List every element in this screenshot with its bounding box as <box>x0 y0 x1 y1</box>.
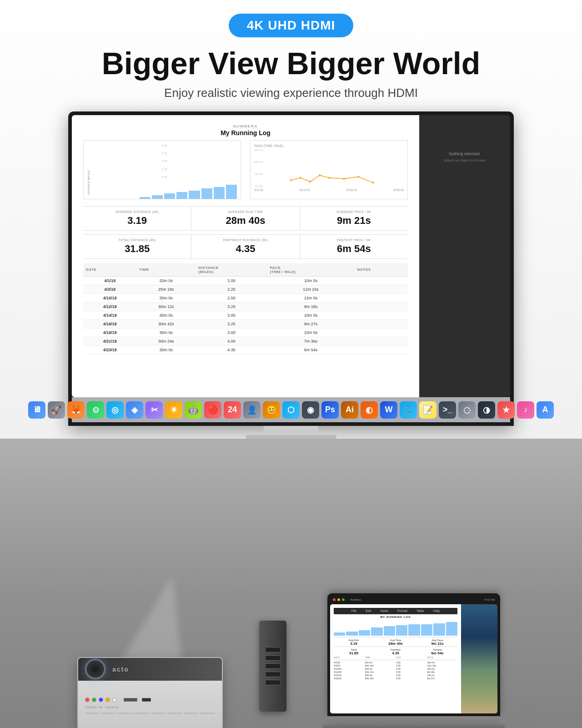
photoshop-icon[interactable]: Ps <box>321 401 339 419</box>
laptop-menu-format[interactable]: Format <box>397 609 407 612</box>
laptop-table-header: DATE TIME DIST PACE <box>334 656 457 660</box>
firefox-icon[interactable]: 🦊 <box>67 401 85 419</box>
monitor-base <box>246 435 336 439</box>
hub-port-2 <box>265 655 281 661</box>
mini-fastest-val: 6m 54s <box>417 651 457 655</box>
cell-1-0: 4/3/18 <box>83 285 136 293</box>
col-notes: NOTES <box>355 263 408 277</box>
laptop-app-name: Numbers <box>350 598 361 601</box>
cell-6-0: 4/18/18 <box>83 328 136 337</box>
calendar-icon[interactable]: 24 <box>224 401 241 419</box>
laptop-menu-table[interactable]: Table <box>416 609 424 612</box>
sun-icon[interactable]: ☀ <box>165 401 182 419</box>
red-icon[interactable]: 🔴 <box>204 401 221 419</box>
safari-icon[interactable]: ◎ <box>106 401 124 419</box>
dark-icon[interactable]: ◉ <box>302 401 319 419</box>
projector-body: acto VIDEO IN / AUDIO <box>77 657 223 728</box>
notes-icon[interactable]: 📝 <box>419 401 436 419</box>
projector-light <box>118 575 182 666</box>
cell-8-1: 30m 0s <box>136 345 196 354</box>
cell-6-4 <box>355 328 408 337</box>
music-icon[interactable]: ♪ <box>517 401 534 419</box>
table-row: 4/21/1830m 24s4.007m 36s <box>83 337 408 345</box>
cell-2-2: 2.50 <box>196 293 267 302</box>
word-icon[interactable]: W <box>380 401 397 419</box>
laptop-sidebar <box>461 604 497 713</box>
farthest-label: FARTHEST DISTANCE (MI) <box>196 238 295 242</box>
laptop-time: 9:41 AM <box>485 598 495 601</box>
laptop-menu-help[interactable]: Help <box>433 609 440 612</box>
cell-5-3: 9m 27s <box>267 319 355 328</box>
monitor-area: Numbers My Running Log DISTANCE (MILES) <box>9 111 573 439</box>
hub-port-4 <box>265 672 281 677</box>
port-blue <box>99 698 103 702</box>
mini-avg-time-val: 28m 40s <box>376 642 416 646</box>
data-table: DATE TIME DISTANCE(MILES) PACE(TIME / MI… <box>83 263 408 354</box>
line-chart-svg <box>265 149 404 187</box>
android-icon[interactable]: 🤖 <box>185 401 202 419</box>
mini-col-dist: DIST <box>396 656 426 659</box>
finder-icon[interactable]: 🖥 <box>28 401 45 419</box>
table-row: 4/23/1830m 0s4.356m 54s <box>83 345 408 354</box>
mini-bar-5 <box>384 626 395 636</box>
cell-8-2: 4.35 <box>196 345 267 354</box>
laptop-screen-frame: Numbers 9:41 AM File Edit Insert Format … <box>327 593 500 716</box>
monitor-frame: Numbers My Running Log DISTANCE (MILES) <box>68 111 514 426</box>
intel-icon[interactable]: ⬡ <box>282 401 300 419</box>
laptop-menu-file[interactable]: File <box>351 609 356 612</box>
cell-0-0: 4/1/18 <box>83 276 136 285</box>
cell-0-1: 20m 0s <box>136 276 196 285</box>
bird-icon[interactable]: 🐦 <box>400 401 417 419</box>
store-icon[interactable]: A <box>537 401 554 419</box>
cell-1-1: 25m 18s <box>136 285 196 293</box>
log-main-title: My Running Log <box>83 129 408 136</box>
cell-7-4 <box>355 337 408 345</box>
mini-total-dist: Total 31.85 <box>334 648 374 655</box>
rocket-icon[interactable]: 🚀 <box>48 401 65 419</box>
table-row: 4/18/1830m 0s3.0010m 0s <box>83 328 408 337</box>
bar-12 <box>226 185 237 199</box>
laptop-body <box>327 716 500 724</box>
laptop-main-content: File Edit Insert Format Table Help MY RU… <box>330 604 461 713</box>
hub-port-3 <box>265 663 281 669</box>
port-red <box>85 698 90 702</box>
cell-4-1: 30m 0s <box>136 311 196 319</box>
avg-pace-box: AVERAGE PACE / MI 9m 21s <box>300 207 408 230</box>
main-title: Bigger View Bigger World <box>9 46 573 81</box>
gray-icon[interactable]: ◌ <box>458 401 476 419</box>
mini-bar-7 <box>408 624 420 636</box>
user-icon[interactable]: 👤 <box>243 401 261 419</box>
face-icon[interactable]: 😊 <box>263 401 280 419</box>
cell-4-0: 4/14/18 <box>83 311 136 319</box>
screen-main: Numbers My Running Log DISTANCE (MILES) <box>72 115 419 397</box>
cell-2-0: 4/10/18 <box>83 293 136 302</box>
line-chart-box: PACE (TIME / MILE) 15m 0s10m 0s5m 0s0m 0… <box>250 140 408 199</box>
laptop-container: Numbers 9:41 AM File Edit Insert Format … <box>323 593 505 728</box>
mini-total-val: 31.85 <box>334 651 374 655</box>
scissors-icon[interactable]: ✂ <box>146 401 163 419</box>
svg-point-0 <box>290 179 291 181</box>
hub-port-1 <box>265 647 281 652</box>
illustrator-icon[interactable]: Ai <box>341 401 358 419</box>
laptop-menu-edit[interactable]: Edit <box>366 609 371 612</box>
mini-row-2: 4/3/18 25m 18s 2.25 11m 15s <box>334 664 457 667</box>
col-pace: PACE(TIME / MILE) <box>267 263 355 277</box>
star-icon[interactable]: ★ <box>497 401 515 419</box>
table-row: 4/10/1830m 0s2.5012m 0s <box>83 293 408 302</box>
blue-icon[interactable]: ◈ <box>126 401 143 419</box>
hdmi-hub <box>259 621 286 712</box>
projector-lens <box>85 659 105 679</box>
dark2-icon[interactable]: ◑ <box>478 401 495 419</box>
avg-distance-value: 3.19 <box>88 215 186 227</box>
orange-icon[interactable]: ◐ <box>361 401 378 419</box>
bottom-section: acto VIDEO IN / AUDIO <box>0 439 582 728</box>
farthest-distance-box: FARTHEST DISTANCE (MI) 4.35 <box>191 235 300 258</box>
cell-8-0: 4/23/18 <box>83 345 136 354</box>
laptop-menu-insert[interactable]: Insert <box>380 609 388 612</box>
cell-4-2: 3.00 <box>196 311 267 319</box>
mini-avg-time: Avg Time 28m 40s <box>376 639 416 646</box>
chrome-icon[interactable]: ⊙ <box>87 401 104 419</box>
cell-5-0: 4/16/18 <box>83 319 136 328</box>
fastest-value: 6m 54s <box>305 243 403 255</box>
terminal-icon[interactable]: >_ <box>439 401 456 419</box>
